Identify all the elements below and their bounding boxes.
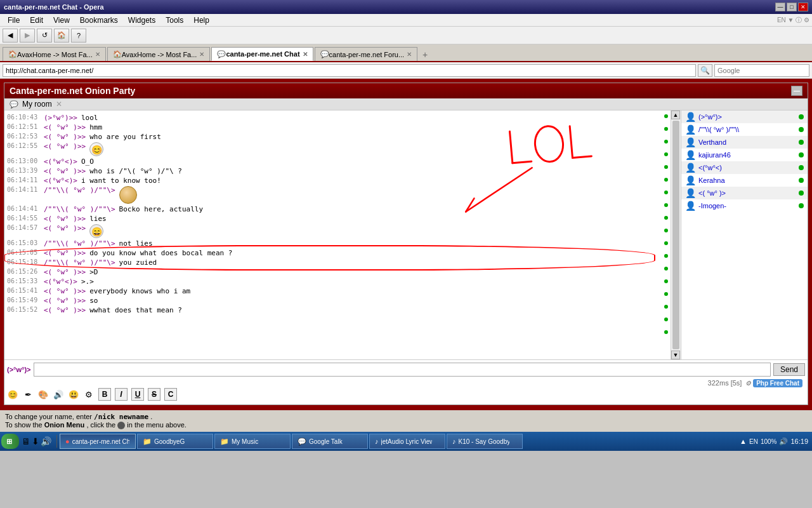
message-row: 06:13:00 <(°w°<)> O_O (7, 157, 668, 166)
chat-container: Canta-per-me.net Onion Party — 💬 My room… (4, 83, 808, 405)
url-input[interactable] (3, 64, 696, 77)
taskbar-app-jetaudio[interactable]: ♪ jetAudio Lyric Viewer (369, 434, 445, 449)
user-item[interactable]: 👤 Verthand (681, 136, 808, 149)
tab-close-3[interactable]: ✕ (303, 51, 308, 58)
chat-scrollbar[interactable]: ▲ ▼ (671, 110, 681, 359)
tab-close-4[interactable]: ✕ (407, 51, 412, 58)
send-button[interactable]: Send (773, 363, 805, 376)
taskbar-app-goodbye[interactable]: 📁 GoodbyeG (137, 434, 213, 449)
tab-close-2[interactable]: ✕ (199, 51, 204, 58)
back-button[interactable]: ◀ (3, 29, 18, 43)
user-item[interactable]: 👤 /""\\( °w° )/""\\ (681, 123, 808, 136)
window-controls[interactable]: — □ ✕ (775, 3, 808, 11)
forward-button[interactable]: ▶ (20, 29, 35, 43)
help-button[interactable]: ? (71, 29, 86, 43)
emoji-icon[interactable]: 😊 (7, 389, 18, 400)
tab-avaxhome1[interactable]: 🏠 AvaxHome -> Most Fa... ✕ (3, 47, 106, 61)
timer-label: 322ms [5s] (708, 379, 742, 387)
message-row: 06:15:49 <( °w° )>> so (7, 296, 668, 305)
user-item[interactable]: 👤 <(°w°<) (681, 161, 808, 174)
user-item[interactable]: 👤 -Imogen- (681, 199, 808, 212)
window-title: canta-per-me.net Chat - Opera (4, 3, 104, 11)
search-input[interactable] (714, 64, 809, 77)
username-label[interactable]: <(°w°<) (698, 164, 722, 171)
user-avatar-icon: 👤 (685, 175, 696, 185)
add-tab-button[interactable]: + (419, 48, 431, 61)
user-item[interactable]: 👤 Kerahna (681, 174, 808, 187)
taskbar-app-icon-k10: ♪ (452, 438, 456, 445)
taskbar-app-googletalk[interactable]: 💬 Google Talk (292, 434, 368, 449)
username-label[interactable]: <( °w° )> (698, 189, 726, 197)
online-dot (799, 152, 804, 157)
onion-ball-icon (117, 422, 125, 429)
start-button[interactable]: ⊞ (1, 434, 19, 449)
bold-icon[interactable]: ✒ (22, 389, 34, 400)
room-close-icon[interactable]: ✕ (56, 100, 62, 109)
tab-icon4: 💬 (320, 50, 329, 58)
message-row: 06:15:41 <( °w° )>> everybody knows who … (7, 286, 668, 296)
taskbar-app-icon-goodbye: 📁 (143, 438, 152, 446)
color-icon[interactable]: 🎨 (37, 389, 49, 400)
chat-minimize-button[interactable]: — (791, 86, 802, 96)
home-button[interactable]: 🏠 (54, 29, 69, 43)
message-row: 06:14:41 /""\\( °w° )/""\> Bocko here, a… (7, 204, 668, 214)
nav-toolbar: ◀ ▶ ↺ 🏠 ? (0, 27, 812, 44)
menu-file[interactable]: File (3, 15, 25, 26)
username-label[interactable]: /""\\( °w° )/""\\ (698, 126, 739, 133)
taskbar-app-k10[interactable]: ♪ K10 - Say Goodbye ... (447, 434, 523, 449)
code-button[interactable]: C (164, 388, 177, 401)
tab-label: AvaxHome -> Most Fa... (17, 51, 93, 58)
user-item[interactable]: 👤 (>°w°)> (681, 110, 808, 123)
emote-icon[interactable]: 😃 (68, 389, 79, 400)
user-item[interactable]: 👤 <( °w° )> (681, 187, 808, 199)
user-avatar-icon: 👤 (685, 137, 696, 147)
tab-close-1[interactable]: ✕ (95, 51, 100, 58)
user-list: 👤 (>°w°)> 👤 /""\\( °w° )/""\\ 👤 Verthand… (681, 110, 808, 359)
settings-icon[interactable]: ⚙ (83, 389, 95, 400)
taskbar-app-chat[interactable]: ● canta-per-me.net Ch... (60, 434, 136, 449)
chat-title: Canta-per-me.net Onion Party (10, 86, 135, 96)
message-input[interactable] (34, 363, 771, 377)
tab-avaxhome2[interactable]: 🏠 AvaxHome -> Most Fa... ✕ (107, 47, 211, 61)
volume-icon[interactable]: 🔊 (779, 438, 788, 446)
bold-button[interactable]: B (98, 388, 111, 401)
taskbar-app-music[interactable]: 📁 My Music (214, 434, 291, 449)
menu-view[interactable]: View (48, 15, 75, 26)
username-label[interactable]: Kerahna (698, 177, 725, 184)
menu-tools[interactable]: Tools (160, 15, 188, 26)
chat-title-controls[interactable]: — (791, 86, 802, 96)
message-row: 06:14:55 <( °w° )>> lies (7, 214, 668, 224)
underline-button[interactable]: U (131, 388, 144, 401)
menu-edit[interactable]: Edit (25, 15, 48, 26)
minimize-button[interactable]: — (775, 3, 785, 11)
scroll-up-btn[interactable]: ▲ (671, 110, 680, 119)
italic-button[interactable]: I (115, 388, 128, 401)
username-label[interactable]: -Imogen- (698, 202, 726, 210)
username-label[interactable]: Verthand (698, 138, 726, 146)
scroll-dot (664, 152, 668, 156)
quick-launch-icon2[interactable]: ⬇ (32, 436, 39, 446)
user-item[interactable]: 👤 kajiuran46 (681, 149, 808, 161)
reload-button[interactable]: ↺ (37, 29, 52, 43)
scroll-down-btn[interactable]: ▼ (671, 351, 680, 359)
menu-widgets[interactable]: Widgets (123, 15, 160, 26)
close-button[interactable]: ✕ (798, 3, 808, 11)
username-label[interactable]: (>°w°)> (698, 113, 722, 121)
username-label[interactable]: kajiuran46 (698, 151, 731, 159)
strikethrough-button[interactable]: S (148, 388, 160, 401)
scroll-thumb[interactable] (672, 121, 679, 349)
quick-launch-icon3[interactable]: 🔊 (41, 436, 51, 446)
tab-chat[interactable]: 💬 canta-per-me.net Chat ✕ (211, 47, 313, 61)
menu-help[interactable]: Help (188, 15, 214, 26)
windows-icon: ⊞ (6, 438, 12, 446)
maximize-button[interactable]: □ (787, 3, 797, 11)
online-dot (799, 178, 804, 183)
chat-messages[interactable]: 06:10:43 (>°w°)>> lool 06:12:51 <( °w° )… (4, 110, 671, 359)
sound-icon[interactable]: 🔊 (53, 389, 64, 400)
quick-launch-icon1[interactable]: 🖥 (22, 436, 30, 446)
online-dot (799, 114, 804, 119)
tab-forum[interactable]: 💬 canta-per-me.net Foru... ✕ (315, 47, 418, 61)
search-engine-selector[interactable]: 🔍 (698, 64, 712, 77)
menu-bookmarks[interactable]: Bookmarks (75, 15, 123, 26)
nick-instruction: To change your name, enter /nick newname… (5, 413, 807, 421)
